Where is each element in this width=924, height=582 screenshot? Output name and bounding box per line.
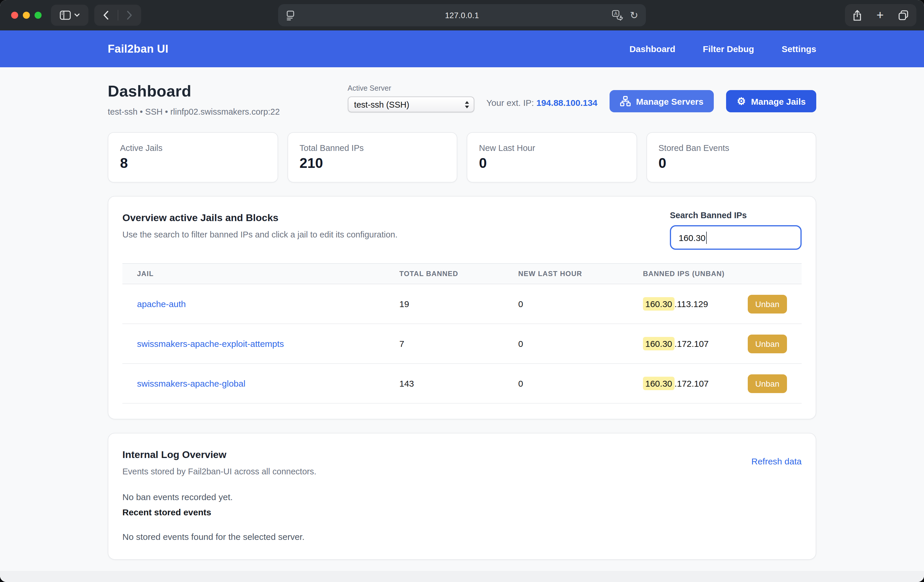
log-title: Internal Log Overview <box>122 449 802 461</box>
jails-table-header: JAIL TOTAL BANNED NEW LAST HOUR BANNED I… <box>122 263 802 284</box>
dashboard-header: Dashboard test-ssh • SSH • rlinfp02.swis… <box>108 82 816 117</box>
no-ban-events-text: No ban events recorded yet. <box>122 492 802 502</box>
stat-value: 0 <box>479 155 624 171</box>
external-ip-value[interactable]: 194.88.100.134 <box>536 97 597 107</box>
column-header-total-banned: TOTAL BANNED <box>385 270 503 278</box>
jail-link[interactable]: swissmakers-apache-exploit-attempts <box>137 339 284 349</box>
gear-icon: ⚙ <box>737 96 746 106</box>
log-subtitle: Events stored by Fail2ban-UI across all … <box>122 467 802 476</box>
banned-ip-highlight: 160.30 <box>643 377 675 390</box>
column-header-jail: JAIL <box>122 270 385 278</box>
svg-text:A: A <box>614 11 617 16</box>
app-navbar: Fail2ban UI Dashboard Filter Debug Setti… <box>0 30 924 67</box>
stat-value: 210 <box>300 155 445 171</box>
back-button[interactable] <box>94 5 118 26</box>
unban-button[interactable]: Unban <box>747 374 787 393</box>
manage-servers-label: Manage Servers <box>636 96 703 106</box>
history-nav-buttons <box>94 5 141 26</box>
nav-links: Dashboard Filter Debug Settings <box>629 44 816 54</box>
browser-titlebar: 127.0.0.1 A ↻ <box>0 0 924 30</box>
internal-log-card: Refresh data Internal Log Overview Event… <box>108 433 816 560</box>
stat-value: 8 <box>120 155 266 171</box>
search-banned-ips-input[interactable]: 160.30 <box>670 225 802 250</box>
forward-chevron-icon <box>127 10 132 20</box>
manage-servers-button[interactable]: Manage Servers <box>610 90 714 112</box>
sitemap-icon <box>620 96 631 107</box>
jails-table: JAIL TOTAL BANNED NEW LAST HOUR BANNED I… <box>122 263 802 404</box>
chevron-down-icon <box>74 13 80 17</box>
unban-button[interactable]: Unban <box>747 334 787 353</box>
translate-icon[interactable]: A <box>612 10 623 20</box>
refresh-data-link[interactable]: Refresh data <box>751 456 802 466</box>
zoom-window-button[interactable] <box>35 12 41 19</box>
manage-jails-button[interactable]: ⚙ Manage Jails <box>726 90 816 112</box>
url-text: 127.0.0.1 <box>278 11 646 20</box>
stat-card-active-jails: Active Jails 8 <box>108 132 278 182</box>
stat-card-new-last-hour: New Last Hour 0 <box>467 132 637 182</box>
banned-ip-rest: .113.129 <box>675 299 708 309</box>
active-server-value: test-ssh (SSH) <box>354 100 464 109</box>
active-server-select[interactable]: test-ssh (SSH) <box>348 97 474 112</box>
stat-value: 0 <box>658 155 804 171</box>
sidebar-icon <box>60 10 71 20</box>
minimize-window-button[interactable] <box>23 12 30 19</box>
overview-title: Overview active Jails and Blocks <box>122 212 398 224</box>
nav-link-dashboard[interactable]: Dashboard <box>629 44 675 54</box>
column-header-banned-ips: BANNED IPS (UNBAN) <box>628 270 802 278</box>
banned-ip-rest: .172.107 <box>675 378 709 388</box>
search-input-value: 160.30 <box>679 232 706 242</box>
app-brand[interactable]: Fail2ban UI <box>108 43 168 55</box>
traffic-lights <box>11 12 41 19</box>
external-ip-text: Your ext. IP: 194.88.100.134 <box>486 89 597 107</box>
column-header-new-last-hour: NEW LAST HOUR <box>503 270 628 278</box>
banned-ip-highlight: 160.30 <box>643 297 675 311</box>
new-last-hour-value: 0 <box>503 339 628 349</box>
page-title: Dashboard <box>108 82 280 100</box>
share-icon[interactable] <box>852 10 861 21</box>
stat-label: New Last Hour <box>479 143 624 153</box>
nav-link-settings[interactable]: Settings <box>782 44 816 54</box>
unban-button[interactable]: Unban <box>747 294 787 313</box>
no-stored-events-text: No stored events found for the selected … <box>122 532 802 542</box>
stats-row: Active Jails 8 Total Banned IPs 210 New … <box>108 132 816 182</box>
page-footer-strip <box>0 571 924 582</box>
nav-link-filter-debug[interactable]: Filter Debug <box>703 44 754 54</box>
total-banned-value: 143 <box>385 378 503 388</box>
external-ip-label: Your ext. IP: <box>486 97 536 107</box>
search-banned-ips-label: Search Banned IPs <box>670 210 802 220</box>
toolbar-right-group: + <box>845 4 916 26</box>
tab-overview-icon[interactable] <box>899 10 909 20</box>
back-chevron-icon <box>103 10 109 20</box>
jail-link[interactable]: swissmakers-apache-global <box>137 378 245 388</box>
close-window-button[interactable] <box>11 12 18 19</box>
overview-subtitle: Use the search to filter banned IPs and … <box>122 230 398 239</box>
browser-window: 127.0.0.1 A ↻ <box>0 0 924 582</box>
page-settings-icon[interactable] <box>286 10 295 20</box>
active-server-label: Active Server <box>348 84 474 92</box>
screen: 127.0.0.1 A ↻ <box>0 0 924 582</box>
stat-card-total-banned: Total Banned IPs 210 <box>287 132 457 182</box>
stat-label: Total Banned IPs <box>300 143 445 153</box>
address-bar[interactable]: 127.0.0.1 A ↻ <box>278 4 646 26</box>
page-content: Dashboard test-ssh • SSH • rlinfp02.swis… <box>0 67 924 582</box>
table-row: swissmakers-apache-global 143 0 160.30 .… <box>122 364 802 404</box>
stat-card-stored-ban-events: Stored Ban Events 0 <box>646 132 816 182</box>
text-caret <box>706 231 707 243</box>
stat-label: Active Jails <box>120 143 266 153</box>
new-last-hour-value: 0 <box>503 299 628 309</box>
jails-overview-card: Overview active Jails and Blocks Use the… <box>108 196 816 419</box>
select-stepper-icon <box>464 100 469 109</box>
reload-icon[interactable]: ↻ <box>630 10 639 20</box>
sidebar-toggle-button[interactable] <box>51 5 88 26</box>
address-bar-actions: A ↻ <box>612 10 639 20</box>
stat-label: Stored Ban Events <box>658 143 804 153</box>
total-banned-value: 7 <box>385 339 503 349</box>
new-last-hour-value: 0 <box>503 378 628 388</box>
forward-button[interactable] <box>118 5 141 26</box>
table-row: apache-auth 19 0 160.30 .113.129 Unban <box>122 284 802 324</box>
page-subtitle: test-ssh • SSH • rlinfp02.swissmakers.co… <box>108 107 280 117</box>
recent-stored-events-title: Recent stored events <box>122 507 802 517</box>
new-tab-icon[interactable]: + <box>876 8 884 21</box>
jail-link[interactable]: apache-auth <box>137 299 186 309</box>
table-row: swissmakers-apache-exploit-attempts 7 0 … <box>122 324 802 364</box>
